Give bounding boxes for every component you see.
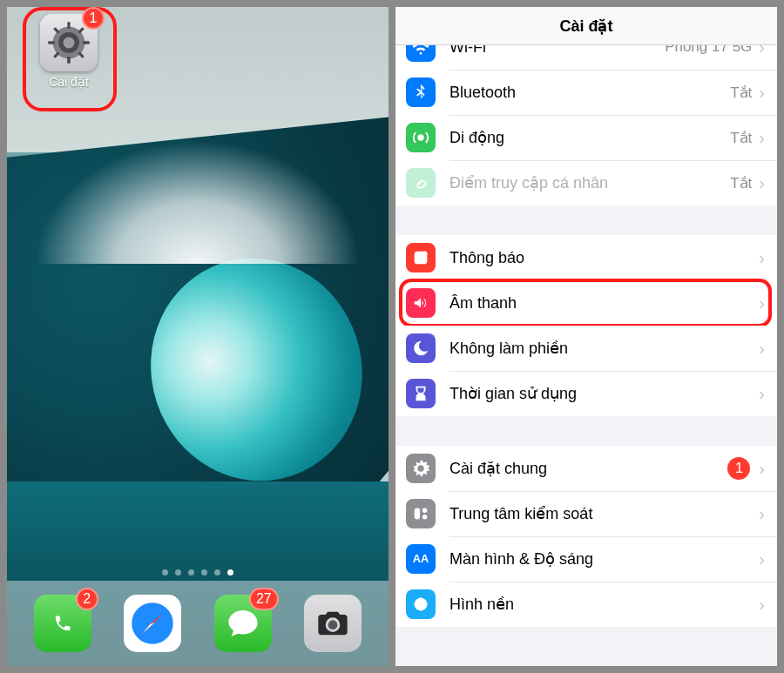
sounds-icon <box>406 288 436 318</box>
row-bluetooth[interactable]: Bluetooth Tắt › <box>395 70 777 115</box>
wifi-value: Phòng 17 5G <box>665 45 752 56</box>
bluetooth-label: Bluetooth <box>449 84 730 102</box>
chevron-right-icon: › <box>759 45 765 57</box>
settings-screen: Cài đặt Wi-Fi Phòng 17 5G › Bluetooth Tắ… <box>395 7 777 666</box>
svg-point-2 <box>64 37 75 49</box>
svg-text:AA: AA <box>413 552 429 565</box>
cellular-value: Tắt <box>730 129 752 147</box>
svg-point-18 <box>328 620 338 629</box>
phone-app-icon[interactable]: 2 <box>34 595 91 652</box>
svg-rect-21 <box>415 508 420 520</box>
hotspot-value: Tắt <box>730 174 752 192</box>
wallpaper-icon <box>406 589 436 619</box>
svg-point-27 <box>420 597 422 600</box>
chevron-right-icon: › <box>759 128 765 148</box>
dnd-icon <box>406 333 436 363</box>
row-hotspot[interactable]: Điểm truy cập cá nhân Tắt › <box>395 160 777 205</box>
svg-rect-3 <box>67 22 70 29</box>
row-wifi[interactable]: Wi-Fi Phòng 17 5G › <box>395 45 777 70</box>
settings-list[interactable]: Wi-Fi Phòng 17 5G › Bluetooth Tắt › Di đ… <box>395 45 777 666</box>
home-app-settings[interactable]: 1 Cài đặt <box>31 14 106 89</box>
general-label: Cài đặt chung <box>449 459 727 478</box>
cellular-label: Di động <box>449 128 730 147</box>
safari-app-icon[interactable] <box>124 595 181 652</box>
hotspot-label: Điểm truy cập cá nhân <box>449 173 730 192</box>
row-controlcenter[interactable]: Trung tâm kiểm soát › <box>395 491 777 536</box>
wifi-icon <box>406 45 436 62</box>
chevron-right-icon: › <box>759 248 765 268</box>
screentime-label: Thời gian sử dụng <box>449 384 759 403</box>
home-screen: 1 Cài đặt 2 27 <box>7 7 389 666</box>
phone-badge: 2 <box>76 588 98 610</box>
bluetooth-icon <box>406 77 436 107</box>
svg-point-20 <box>422 251 428 256</box>
messages-icon <box>226 606 260 641</box>
row-general[interactable]: Cài đặt chung 1 › <box>395 446 777 491</box>
svg-rect-12 <box>48 41 55 44</box>
dock: 2 27 <box>7 581 389 666</box>
chevron-right-icon: › <box>759 504 765 524</box>
svg-point-22 <box>422 508 428 514</box>
svg-rect-10 <box>67 57 70 64</box>
chevron-right-icon: › <box>759 339 765 359</box>
chevron-right-icon: › <box>759 459 765 479</box>
messages-app-icon[interactable]: 27 <box>214 595 272 652</box>
svg-point-29 <box>414 603 416 606</box>
page-indicator[interactable] <box>7 569 389 575</box>
chevron-right-icon: › <box>759 173 765 193</box>
settings-app-badge: 1 <box>82 7 105 30</box>
row-display[interactable]: AA Màn hình & Độ sáng › <box>395 536 777 582</box>
settings-app-icon[interactable]: 1 <box>40 14 98 71</box>
general-badge: 1 <box>727 457 750 480</box>
row-screentime[interactable]: Thời gian sử dụng › <box>395 371 777 416</box>
screentime-icon <box>406 379 436 408</box>
svg-point-26 <box>417 601 423 607</box>
notifications-label: Thông báo <box>449 249 759 267</box>
phone-icon <box>53 614 72 633</box>
chevron-right-icon: › <box>759 83 765 103</box>
row-cellular[interactable]: Di động Tắt › <box>395 115 777 160</box>
sounds-label: Âm thanh <box>449 294 759 313</box>
cellular-icon <box>406 123 436 152</box>
row-dnd[interactable]: Không làm phiền › <box>395 326 777 371</box>
svg-point-23 <box>422 515 428 520</box>
dnd-label: Không làm phiền <box>449 339 759 358</box>
chevron-right-icon: › <box>759 384 765 404</box>
svg-point-28 <box>420 609 422 611</box>
row-wallpaper[interactable]: Hình nền › <box>395 582 777 627</box>
general-icon <box>406 454 436 483</box>
svg-rect-8 <box>83 41 90 44</box>
display-label: Màn hình & Độ sáng <box>449 549 759 569</box>
notifications-icon <box>406 243 436 273</box>
chevron-right-icon: › <box>759 595 765 615</box>
chevron-right-icon: › <box>759 293 765 313</box>
bluetooth-value: Tắt <box>730 84 752 102</box>
wallpaper-wave <box>7 7 389 666</box>
wifi-label: Wi-Fi <box>449 45 665 57</box>
camera-icon <box>315 606 350 641</box>
settings-app-label: Cài đặt <box>31 75 106 89</box>
svg-point-30 <box>425 603 428 606</box>
row-notifications[interactable]: Thông báo › <box>395 235 777 280</box>
display-icon: AA <box>406 544 436 574</box>
camera-app-icon[interactable] <box>304 595 362 652</box>
wallpaper-label: Hình nền <box>449 595 759 614</box>
controlcenter-label: Trung tâm kiểm soát <box>449 504 759 523</box>
chevron-right-icon: › <box>759 549 765 569</box>
controlcenter-icon <box>406 499 436 528</box>
row-sounds[interactable]: Âm thanh › <box>395 280 777 326</box>
hotspot-icon <box>406 168 436 198</box>
messages-badge: 27 <box>249 588 279 610</box>
nav-title: Cài đặt <box>395 7 777 45</box>
safari-icon <box>127 598 178 649</box>
